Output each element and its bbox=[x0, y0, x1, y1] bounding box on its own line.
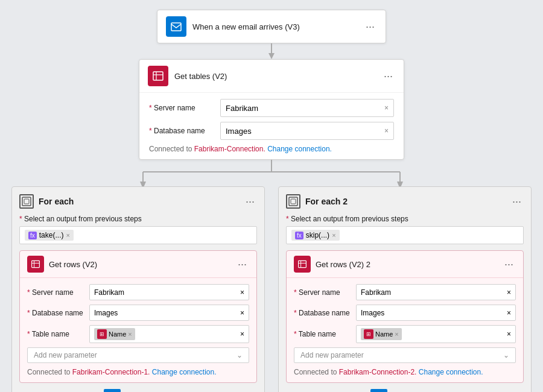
get-rows-2-body: Server name Fabrikam × Database name Ima… bbox=[287, 278, 523, 382]
svg-rect-0 bbox=[171, 23, 181, 31]
connector-arrow-1 bbox=[268, 43, 275, 59]
gr1-change-connection[interactable]: Change connection. bbox=[152, 368, 217, 376]
gr2-connection-link[interactable]: Fabrikam-Connection-2. bbox=[339, 368, 417, 376]
branches-wrapper: For each ··· Select an output from previ… bbox=[11, 186, 532, 392]
gr1-table-label: Table name bbox=[27, 330, 84, 338]
foreach-2-add-action-icon bbox=[370, 389, 387, 392]
foreach-1-tag-icon: fx bbox=[28, 232, 37, 239]
gr1-table-tag: ⊞ Name × bbox=[94, 328, 135, 340]
gr2-table-tag-icon: ⊞ bbox=[364, 329, 373, 339]
get-tables-connection: Connected to Fabrikam-Connection. Change… bbox=[149, 145, 394, 153]
gr2-change-connection[interactable]: Change connection. bbox=[419, 368, 483, 376]
foreach-1-add-action-icon bbox=[104, 389, 121, 392]
gr2-table-label: Table name bbox=[294, 330, 351, 338]
foreach-1-container: For each ··· Select an output from previ… bbox=[11, 186, 265, 392]
database-clear-button[interactable]: × bbox=[384, 127, 389, 135]
gr2-db-row: Database name Images × bbox=[294, 305, 516, 321]
gr1-table-tag-icon: ⊞ bbox=[97, 329, 107, 339]
svg-rect-3 bbox=[153, 72, 163, 80]
foreach-1-more-button[interactable]: ··· bbox=[243, 196, 257, 207]
gr2-db-clear[interactable]: × bbox=[507, 309, 511, 317]
gr2-table-input[interactable]: ⊞ Name × × bbox=[356, 325, 516, 343]
gr2-db-input[interactable]: Images × bbox=[356, 305, 516, 321]
gr2-add-param[interactable]: Add new parameter ⌄ bbox=[294, 347, 516, 363]
get-tables-connection-link[interactable]: Fabrikam-Connection. bbox=[194, 145, 265, 153]
get-rows-1-more-button[interactable]: ··· bbox=[235, 259, 249, 270]
trigger-card: When a new email arrives (V3) ··· bbox=[157, 10, 386, 43]
get-tables-card: Get tables (V2) ··· Server name Fabrikam… bbox=[139, 59, 404, 160]
get-rows-2-header: Get rows (V2) 2 ··· bbox=[287, 251, 523, 278]
svg-rect-22 bbox=[299, 261, 306, 267]
get-tables-change-connection[interactable]: Change connection. bbox=[267, 145, 332, 153]
gr1-connection: Connected to Fabrikam-Connection-1. Chan… bbox=[27, 368, 249, 376]
gr2-table-clear[interactable]: × bbox=[507, 330, 511, 338]
gr2-server-input[interactable]: Fabrikam × bbox=[356, 284, 516, 300]
foreach-1-tag-close[interactable]: × bbox=[66, 232, 69, 239]
foreach-2-add-action[interactable]: Add an action bbox=[286, 389, 524, 392]
foreach-2-tag-close[interactable]: × bbox=[332, 232, 335, 239]
foreach-1-icon bbox=[19, 194, 34, 209]
foreach-1-output-select[interactable]: fx take(...) × bbox=[19, 226, 257, 244]
gr1-db-input[interactable]: Images × bbox=[89, 305, 249, 321]
gr2-server-row: Server name Fabrikam × bbox=[294, 284, 516, 300]
gr2-table-tag: ⊞ Name × bbox=[361, 328, 402, 340]
get-rows-1-body: Server name Fabrikam × Database name Ima… bbox=[20, 278, 256, 382]
svg-rect-14 bbox=[32, 261, 40, 267]
get-rows-1-header: Get rows (V2) ··· bbox=[20, 251, 256, 278]
gr2-table-tag-label: Name bbox=[375, 330, 393, 338]
server-label: Server name bbox=[149, 104, 215, 112]
foreach-2-icon bbox=[286, 194, 300, 209]
gr1-connection-link[interactable]: Fabrikam-Connection-1. bbox=[72, 368, 150, 376]
get-tables-more-button[interactable]: ··· bbox=[381, 71, 395, 81]
svg-rect-13 bbox=[24, 199, 29, 204]
get-rows-2-more-button[interactable]: ··· bbox=[502, 259, 516, 270]
foreach-2-more-button[interactable]: ··· bbox=[510, 196, 524, 207]
svg-rect-20 bbox=[289, 197, 297, 206]
server-clear-button[interactable]: × bbox=[384, 104, 389, 112]
gr2-server-clear[interactable]: × bbox=[507, 288, 511, 297]
trigger-title: When a new email arrives (V3) bbox=[192, 22, 357, 31]
foreach-2-container: For each 2 ··· Select an output from pre… bbox=[278, 186, 532, 392]
get-rows-2-card: Get rows (V2) 2 ··· Server name Fabrikam… bbox=[286, 250, 524, 383]
gr1-server-clear[interactable]: × bbox=[240, 288, 244, 297]
get-tables-body: Server name Fabrikam × Database name Ima… bbox=[139, 93, 404, 159]
gr2-table-row: Table name ⊞ Name × × bbox=[294, 325, 516, 343]
get-rows-2-title: Get rows (V2) 2 bbox=[316, 260, 497, 269]
gr1-db-label: Database name bbox=[27, 309, 84, 317]
server-field-row: Server name Fabrikam × bbox=[149, 99, 394, 117]
gr1-server-input[interactable]: Fabrikam × bbox=[89, 284, 249, 300]
foreach-2-tag: fx skip(...) × bbox=[291, 230, 340, 241]
foreach-2-output-select[interactable]: fx skip(...) × bbox=[286, 226, 524, 244]
foreach-2-header: For each 2 ··· bbox=[286, 194, 524, 209]
svg-rect-12 bbox=[22, 197, 31, 206]
database-label: Database name bbox=[149, 127, 215, 135]
svg-rect-21 bbox=[291, 199, 296, 204]
get-rows-1-title: Get rows (V2) bbox=[49, 260, 230, 269]
foreach-1-add-action[interactable]: Add an action bbox=[19, 389, 257, 392]
server-input[interactable]: Fabrikam × bbox=[220, 99, 394, 117]
gr1-server-row: Server name Fabrikam × bbox=[27, 284, 249, 300]
get-rows-1-icon bbox=[27, 256, 44, 273]
workflow-canvas: When a new email arrives (V3) ··· Ge bbox=[9, 10, 534, 392]
get-rows-2-icon bbox=[294, 256, 311, 273]
gr1-table-clear[interactable]: × bbox=[240, 330, 244, 338]
gr1-table-input[interactable]: ⊞ Name × × bbox=[89, 325, 249, 343]
gr1-db-clear[interactable]: × bbox=[240, 309, 244, 317]
foreach-2-title: For each 2 bbox=[305, 197, 505, 206]
trigger-more-button[interactable]: ··· bbox=[363, 21, 377, 32]
database-field-row: Database name Images × bbox=[149, 122, 394, 140]
gr1-add-param[interactable]: Add new parameter ⌄ bbox=[27, 347, 249, 363]
foreach-1-header: For each ··· bbox=[19, 194, 257, 209]
get-tables-title: Get tables (V2) bbox=[174, 72, 375, 81]
database-input[interactable]: Images × bbox=[220, 122, 394, 140]
foreach-1-tag: fx take(...) × bbox=[25, 230, 74, 241]
get-tables-icon bbox=[148, 66, 168, 86]
gr2-server-label: Server name bbox=[294, 288, 351, 297]
gr1-table-tag-label: Name bbox=[109, 330, 126, 338]
get-tables-header: Get tables (V2) ··· bbox=[139, 60, 404, 93]
gr1-server-label: Server name bbox=[27, 288, 84, 297]
foreach-2-tag-label: skip(...) bbox=[306, 231, 329, 239]
get-rows-1-card: Get rows (V2) ··· Server name Fabrikam × bbox=[19, 250, 257, 383]
gr2-connection: Connected to Fabrikam-Connection-2. Chan… bbox=[294, 368, 516, 376]
gr1-table-row: Table name ⊞ Name × × bbox=[27, 325, 249, 343]
